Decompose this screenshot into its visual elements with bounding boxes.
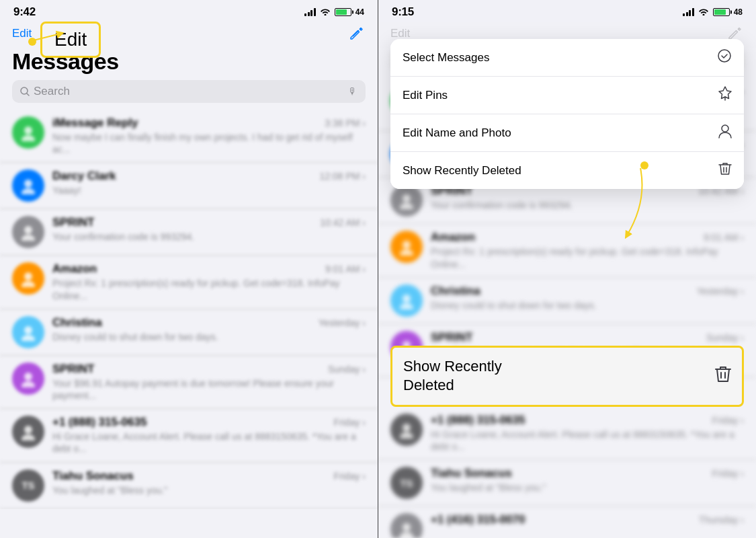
message-preview: Yaaay! bbox=[52, 184, 366, 196]
list-item: +1 (416) 315-0070 Thursday › bbox=[378, 506, 756, 538]
callout-box-label: Show RecentlyDeleted bbox=[403, 357, 502, 395]
message-time: 10:42 AM › bbox=[320, 217, 366, 228]
battery-label: 48 bbox=[734, 7, 743, 17]
list-item[interactable]: Darcy Clark 12:08 PM › Yaaay! bbox=[0, 163, 378, 209]
message-preview: Your confirmation code is 993294. bbox=[52, 231, 366, 243]
message-content: Tiahu Sonacus Friday › You laughed at "B… bbox=[52, 469, 366, 496]
svg-point-11 bbox=[22, 335, 35, 341]
wifi-icon bbox=[698, 7, 709, 17]
list-item[interactable]: Christina Yesterday › Disney could to sh… bbox=[0, 309, 378, 356]
right-phone-panel: 9:15 48 Edit bbox=[378, 0, 756, 538]
svg-point-3 bbox=[22, 135, 35, 141]
sender-name: +1 (888) 315-0635 bbox=[52, 416, 146, 429]
message-time: Sunday › bbox=[328, 364, 366, 375]
message-time: Friday › bbox=[334, 417, 366, 428]
wifi-icon bbox=[320, 7, 331, 17]
svg-point-24 bbox=[400, 203, 413, 209]
edit-callout-label: Edit bbox=[54, 29, 87, 50]
avatar bbox=[390, 231, 423, 263]
list-item: Amazon 9:01 AM › Project Rx: 1 prescript… bbox=[378, 224, 756, 277]
message-content: Christina Yesterday › Disney could to sh… bbox=[52, 316, 366, 343]
right-status-icons: 48 bbox=[683, 7, 743, 17]
svg-point-12 bbox=[24, 373, 32, 381]
dropdown-item-label: Select Messages bbox=[403, 51, 489, 65]
message-content: iMessage Reply 3:38 PM › Now maybe I can… bbox=[52, 116, 366, 155]
svg-point-41 bbox=[400, 532, 413, 538]
check-circle-icon bbox=[717, 48, 732, 67]
avatar bbox=[12, 362, 44, 395]
message-preview: Disney could to shut down for two days. bbox=[52, 331, 366, 343]
svg-point-7 bbox=[22, 235, 35, 241]
sender-name: Christina bbox=[52, 316, 102, 330]
svg-point-39 bbox=[400, 432, 413, 438]
person-icon bbox=[718, 124, 732, 142]
sender-name: Darcy Clark bbox=[52, 169, 116, 183]
svg-point-33 bbox=[722, 125, 728, 132]
sender-name: iMessage Reply bbox=[52, 116, 138, 130]
message-preview: Hi Grace Loane, Account Alert. Please ca… bbox=[52, 430, 366, 455]
list-item[interactable]: SPRINT Sunday › Your $96.91 Autopay paym… bbox=[0, 356, 378, 409]
message-time: Yesterday › bbox=[319, 317, 366, 328]
callout-trash-icon bbox=[715, 365, 731, 387]
message-preview: Now maybe I can finally finish my own pr… bbox=[52, 131, 366, 155]
svg-point-9 bbox=[22, 281, 35, 287]
left-phone-panel: 9:42 44 Edit bbox=[0, 0, 378, 538]
dropdown-item-label: Show Recently Deleted bbox=[403, 164, 521, 178]
dropdown-item-show-recently-deleted[interactable]: Show Recently Deleted bbox=[390, 152, 744, 189]
svg-point-27 bbox=[403, 295, 411, 303]
search-icon bbox=[20, 87, 30, 96]
message-preview: Your $96.91 Autopay payment is due tomor… bbox=[52, 377, 366, 401]
search-bar[interactable]: Search 🎙 bbox=[12, 80, 366, 103]
avatar: TS bbox=[12, 469, 44, 502]
avatar bbox=[390, 513, 423, 538]
sender-name: Tiahu Sonacus bbox=[52, 469, 134, 483]
svg-point-14 bbox=[24, 426, 32, 434]
recently-deleted-dot-indicator bbox=[640, 161, 648, 169]
svg-point-26 bbox=[400, 249, 413, 256]
svg-point-25 bbox=[403, 241, 411, 249]
dropdown-item-select-messages[interactable]: Select Messages bbox=[390, 39, 744, 77]
battery-label: 44 bbox=[355, 7, 364, 17]
svg-point-10 bbox=[24, 326, 32, 334]
message-time: 12:08 PM › bbox=[320, 171, 366, 182]
avatar: TS bbox=[390, 467, 423, 499]
message-time: Friday › bbox=[334, 471, 366, 482]
svg-point-6 bbox=[24, 226, 32, 234]
signal-icon bbox=[304, 8, 316, 16]
right-status-time: 9:15 bbox=[392, 5, 414, 19]
edit-dot-indicator bbox=[28, 38, 36, 46]
trash-icon bbox=[718, 161, 732, 180]
battery-icon bbox=[713, 8, 730, 16]
search-placeholder: Search bbox=[34, 85, 344, 98]
list-item[interactable]: Amazon 9:01 AM › Project Rx: 1 prescript… bbox=[0, 256, 378, 309]
list-item[interactable]: TS Tiahu Sonacus Friday › You laughed at… bbox=[0, 463, 378, 509]
left-message-list: iMessage Reply 3:38 PM › Now maybe I can… bbox=[0, 110, 378, 509]
list-item: +1 (888) 315-0635 Friday › Hi Grace Loan… bbox=[378, 407, 756, 460]
svg-point-40 bbox=[403, 523, 411, 531]
avatar bbox=[12, 169, 44, 202]
battery-icon bbox=[335, 8, 351, 16]
dropdown-item-label: Edit Pins bbox=[403, 89, 448, 102]
dropdown-item-edit-pins[interactable]: Edit Pins bbox=[390, 77, 744, 114]
svg-point-28 bbox=[400, 303, 413, 309]
sender-name: SPRINT bbox=[52, 362, 94, 376]
list-item[interactable]: SPRINT 10:42 AM › Your confirmation code… bbox=[0, 209, 378, 256]
list-item: TS Tiahu Sonacus Friday › You laughed at… bbox=[378, 460, 756, 506]
svg-point-23 bbox=[403, 194, 411, 202]
avatar bbox=[12, 116, 44, 149]
message-content: Darcy Clark 12:08 PM › Yaaay! bbox=[52, 169, 366, 196]
avatar bbox=[12, 262, 44, 295]
mic-icon: 🎙 bbox=[348, 86, 358, 97]
show-recently-deleted-callout: Show RecentlyDeleted bbox=[390, 346, 744, 407]
compose-button[interactable] bbox=[347, 24, 366, 43]
dropdown-item-edit-name-photo[interactable]: Edit Name and Photo bbox=[390, 114, 744, 152]
right-edit-button: Edit bbox=[390, 27, 410, 40]
svg-point-13 bbox=[22, 381, 35, 387]
avatar bbox=[12, 316, 44, 348]
list-item[interactable]: +1 (888) 315-0635 Friday › Hi Grace Loan… bbox=[0, 409, 378, 462]
message-content: +1 (888) 315-0635 Friday › Hi Grace Loan… bbox=[52, 416, 366, 455]
avatar bbox=[390, 284, 423, 317]
message-content: SPRINT 10:42 AM › Your confirmation code… bbox=[52, 216, 366, 243]
list-item[interactable]: iMessage Reply 3:38 PM › Now maybe I can… bbox=[0, 110, 378, 163]
message-preview: Project Rx: 1 prescription(s) ready for … bbox=[52, 277, 366, 301]
